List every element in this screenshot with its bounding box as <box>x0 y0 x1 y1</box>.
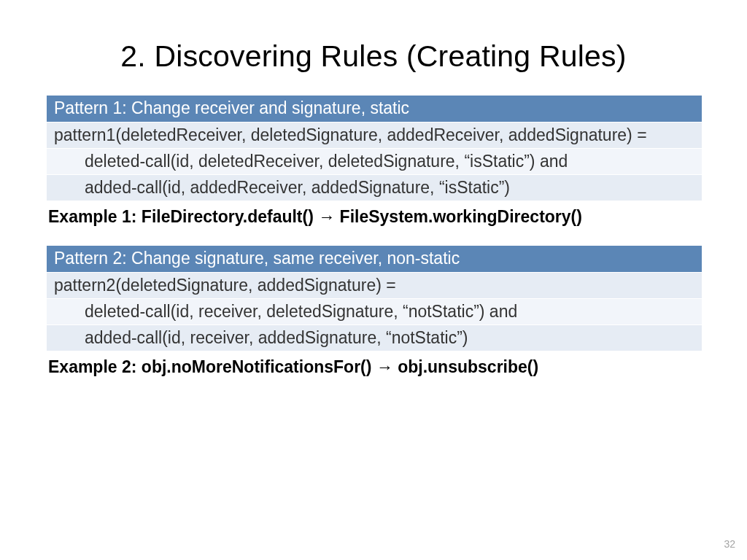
pattern-2-line-1: pattern2(deletedSignature, addedSignatur… <box>47 273 702 299</box>
pattern-1-line-3: added-call(id, addedReceiver, addedSigna… <box>47 175 702 201</box>
pattern-1-block: Pattern 1: Change receiver and signature… <box>47 96 702 227</box>
pattern-2-block: Pattern 2: Change signature, same receiv… <box>47 246 702 377</box>
slide-content: Pattern 1: Change receiver and signature… <box>0 96 747 377</box>
pattern-2-line-3: added-call(id, receiver, addedSignature,… <box>47 325 702 351</box>
pattern-1-line-2: deleted-call(id, deletedReceiver, delete… <box>47 149 702 175</box>
pattern-1-header: Pattern 1: Change receiver and signature… <box>47 96 702 122</box>
slide-title: 2. Discovering Rules (Creating Rules) <box>0 0 747 96</box>
pattern-2-line-2: deleted-call(id, receiver, deletedSignat… <box>47 299 702 325</box>
pattern-2-header: Pattern 2: Change signature, same receiv… <box>47 246 702 273</box>
pattern-1-example: Example 1: FileDirectory.default() → Fil… <box>47 201 702 227</box>
slide: 2. Discovering Rules (Creating Rules) Pa… <box>0 0 747 560</box>
pattern-1-line-1: pattern1(deletedReceiver, deletedSignatu… <box>47 122 702 149</box>
page-number: 32 <box>724 538 735 550</box>
pattern-2-example: Example 2: obj.noMoreNotificationsFor() … <box>47 351 702 377</box>
